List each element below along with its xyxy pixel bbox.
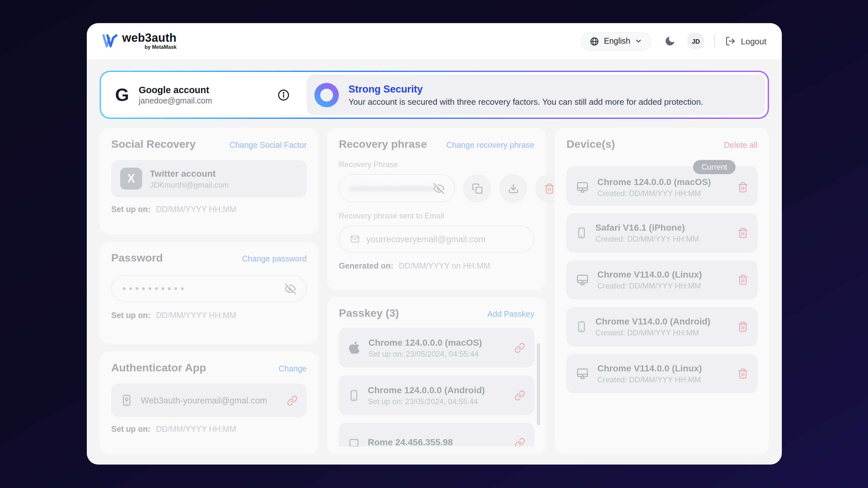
factor-grid: Social Recovery Change Social Factor X T…	[100, 128, 769, 454]
add-passkey-link[interactable]: Add Passkey	[487, 310, 534, 319]
trash-icon[interactable]	[738, 274, 748, 285]
mail-icon	[350, 234, 360, 244]
recovery-email-value: yourrecoveryemail@gmail.com	[367, 234, 486, 244]
twitter-account-email: JDKmurthi@gmail.com	[150, 180, 298, 189]
trash-icon[interactable]	[738, 227, 748, 238]
language-selector[interactable]: English	[581, 32, 651, 51]
copy-phrase-button[interactable]	[463, 174, 492, 202]
generated-on-label: Generated on:	[339, 261, 394, 270]
password-title: Password	[111, 252, 163, 265]
eye-off-icon[interactable]	[285, 283, 296, 294]
device-title: Chrome V114.0.0 (Linux)	[597, 363, 730, 373]
authenticator-title: Authenticator App	[111, 362, 206, 375]
passkey-title: Passkey (3)	[339, 307, 399, 320]
logout-icon	[725, 36, 736, 46]
desktop-icon	[576, 180, 590, 194]
link-icon[interactable]	[515, 390, 525, 401]
passkey-item: Rome 24.456.355.98	[339, 423, 534, 447]
passkey-item-title: Rome 24.456.355.98	[368, 436, 507, 447]
device-created: Created: DD/MM/YYY HH:MM	[595, 234, 730, 243]
device-created: Created: DD/MM/YYY HH:MM	[597, 282, 730, 290]
desktop-icon	[576, 273, 590, 287]
twitter-account-item: X Twitter account JDKmurthi@gmail.com	[111, 160, 307, 197]
change-recovery-phrase-link[interactable]: Change recovery phrase	[446, 141, 534, 150]
language-label: English	[604, 37, 630, 45]
setup-on-value: DD/MM/YYYY HH:MM	[156, 205, 236, 214]
passkey-card: Passkey (3) Add Passkey Chrome 124.0.0.0…	[327, 297, 546, 454]
password-masked-value: ●●●●●●●●●●	[122, 285, 285, 292]
passkey-item: Chrome 124.0.0.0 (macOS) Set up on: 23/0…	[339, 328, 534, 367]
device-created: Created: DD/MM/YYY HH:MM	[595, 328, 730, 337]
avatar-initials: JD	[692, 38, 700, 45]
password-card: Password Change password ●●●●●●●●●● Set …	[100, 241, 318, 345]
logout-button[interactable]: Logout	[725, 36, 767, 46]
browser-icon	[348, 436, 360, 447]
brand-name: web3auth	[122, 32, 177, 44]
download-phrase-button[interactable]	[499, 174, 528, 202]
trash-icon[interactable]	[738, 182, 748, 193]
eye-off-icon[interactable]	[434, 183, 444, 194]
recovery-phrase-field[interactable]: ●●●●●●●●●●●●●●●●●●	[339, 174, 456, 202]
security-status-title: Strong Security	[348, 83, 703, 95]
recovery-phrase-label: Recovery Phrase	[339, 160, 534, 169]
login-provider: G Google account janedoe@gmail.com	[101, 72, 277, 118]
google-icon: G	[115, 86, 129, 104]
recovery-phrase-title: Recovery phrase	[339, 138, 427, 151]
link-icon[interactable]	[515, 437, 525, 447]
passkey-list: Chrome 124.0.0.0 (macOS) Set up on: 23/0…	[339, 328, 534, 447]
passkey-item-title: Chrome 124.0.0.0 (macOS)	[368, 337, 507, 347]
social-recovery-title: Social Recovery	[111, 138, 196, 151]
password-field[interactable]: ●●●●●●●●●●	[111, 275, 307, 302]
recovery-phrase-hidden-value: ●●●●●●●●●●●●●●●●●●	[350, 184, 434, 193]
trash-icon[interactable]	[738, 321, 748, 332]
trash-icon	[544, 183, 555, 194]
unlink-icon[interactable]	[287, 395, 298, 406]
authenticator-card: Authenticator App Change Web3auth-yourem…	[100, 352, 318, 454]
link-icon[interactable]	[515, 342, 525, 353]
logout-label: Logout	[741, 36, 767, 46]
twitter-account-title: Twitter account	[150, 168, 298, 178]
device-item: Safari V16.1 (iPhone) Created: DD/MM/YYY…	[566, 213, 757, 253]
phone-icon	[576, 320, 588, 333]
phone-icon	[348, 388, 360, 402]
download-icon	[508, 183, 519, 194]
device-created: Created: DD/MM/YYY HH:MM	[597, 189, 730, 198]
device-title: Chrome V114.0.0 (Android)	[595, 316, 730, 326]
security-status-description: Your account is secured with three recov…	[348, 97, 703, 106]
passkey-item: Chrome 124.0.0.0 (Android) Set up on: 23…	[339, 375, 534, 415]
apple-icon	[348, 340, 361, 355]
info-icon[interactable]	[277, 88, 290, 101]
setup-on-value: DD/MM/YYYY HH:MM	[156, 425, 236, 434]
change-authenticator-link[interactable]: Change	[278, 364, 307, 373]
scrollbar[interactable]	[537, 343, 540, 425]
trash-icon[interactable]	[738, 368, 748, 379]
authenticator-item: Web3auth-youremail@gmal.com	[111, 384, 307, 417]
phone-icon	[576, 226, 588, 240]
recovery-phrase-card: Recovery phrase Change recovery phrase R…	[327, 128, 546, 290]
brand-byline: by MetaMask	[145, 44, 177, 50]
moon-icon	[664, 35, 676, 47]
change-social-factor-link[interactable]: Change Social Factor	[229, 141, 307, 150]
avatar[interactable]: JD	[687, 33, 704, 50]
provider-email: janedoe@gmail.com	[139, 96, 212, 105]
change-password-link[interactable]: Change password	[242, 255, 307, 263]
desktop-icon	[576, 366, 590, 381]
content-area: G Google account janedoe@gmail.com	[87, 59, 782, 464]
brand-logo: web3auth by MetaMask	[102, 32, 177, 50]
passkey-item-subtitle: Set up on: 23/05/2024, 04:55:44	[368, 349, 507, 358]
authenticator-account: Web3auth-youremail@gmal.com	[141, 395, 279, 405]
header-divider	[714, 35, 715, 47]
dark-mode-toggle[interactable]	[664, 35, 676, 47]
delete-all-devices-link[interactable]: Delete all	[724, 141, 757, 150]
recovery-email-label: Recovery phrase sent to Email	[339, 212, 534, 220]
setup-on-label: Set up on:	[111, 311, 151, 320]
app-header: web3auth by MetaMask English	[87, 23, 782, 59]
recovery-email-field[interactable]: yourrecoveryemail@gmail.com	[339, 226, 534, 253]
web3auth-logo-icon	[102, 34, 118, 48]
header-actions: English JD	[581, 32, 767, 51]
devices-title: Device(s)	[566, 138, 615, 151]
security-status: Strong Security Your account is secured …	[307, 74, 765, 115]
current-device-badge: Current	[693, 160, 736, 174]
setup-on-value: DD/MM/YYYY HH:MM	[156, 311, 236, 320]
device-list: Chrome 124.0.0.0 (macOS) Created: DD/MM/…	[566, 166, 757, 393]
